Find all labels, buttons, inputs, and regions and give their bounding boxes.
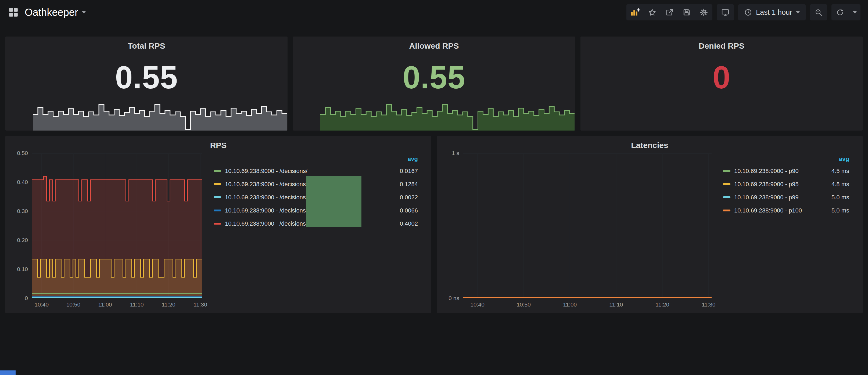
legend-row[interactable]: 10.10.69.238:9000 - p904.5 ms xyxy=(723,164,849,178)
legend-series-label: 10.10.69.238:9000 - /decisions/ xyxy=(225,168,307,175)
legend-series-avg-value: 0.0066 xyxy=(397,207,418,214)
x-axis: 10:4010:5011:0011:1011:2011:30 xyxy=(32,298,203,309)
legend-series-swatch-icon xyxy=(723,210,731,211)
legend-series-swatch-icon xyxy=(723,196,731,198)
share-button[interactable] xyxy=(661,4,678,21)
legend-series-avg-value: 5.0 ms xyxy=(828,207,849,214)
plot-wrap: 10:4010:5011:0011:1011:2011:30 xyxy=(463,153,712,309)
legend-avg-header[interactable]: avg xyxy=(723,154,849,164)
x-tick-label: 10:50 xyxy=(66,302,81,308)
bottom-left-blue-strip xyxy=(0,370,16,375)
legend-row[interactable]: 10.10.69.238:9000 - p995.0 ms xyxy=(723,191,849,204)
legend-row[interactable]: 10.10.69.238:9000 - /decisions/0.0167 xyxy=(214,164,418,178)
dashboard-title-dropdown[interactable]: Oathkeeper xyxy=(25,7,86,18)
star-icon xyxy=(648,8,656,17)
magnifier-zoom-out-icon xyxy=(814,8,823,17)
panel-allowed-rps: Allowed RPS 0.55 xyxy=(293,36,575,130)
legend-series-avg-value: 4.5 ms xyxy=(828,168,849,175)
add-panel-button[interactable] xyxy=(626,4,644,21)
zoom-out-button[interactable] xyxy=(810,4,827,21)
stat-value: 0.55 xyxy=(293,59,575,96)
graph-row: RPS 00.100.200.300.400.50 10:4010:5011:0… xyxy=(0,136,868,313)
graph-body: 0 ns1 s 10:4010:5011:0011:1011:2011:30 a… xyxy=(437,150,863,313)
legend-series-label: 10.10.69.238:9000 - p99 xyxy=(734,194,799,201)
stat-row: Total RPS 0.55 Allowed RPS 0.55 Denied R… xyxy=(0,36,868,130)
chevron-down-icon xyxy=(82,11,86,13)
y-tick-label: 0.10 xyxy=(17,266,28,272)
panel-total-rps: Total RPS 0.55 xyxy=(5,36,287,130)
legend-series-swatch-icon xyxy=(723,170,731,172)
panel-denied-rps: Denied RPS 0 xyxy=(581,36,863,130)
legend-series-label: 10.10.69.238:9000 - /decisions/ xyxy=(225,207,307,214)
legend-series-avg-value: 5.0 ms xyxy=(828,194,849,201)
dashboard-title: Oathkeeper xyxy=(25,7,78,18)
legend-series-swatch-icon xyxy=(214,196,221,198)
legend-series-avg-value: 0.4002 xyxy=(397,220,418,227)
x-tick-label: 11:00 xyxy=(98,302,112,308)
grafana-dashboard: Oathkeeper xyxy=(0,0,868,375)
save-button[interactable] xyxy=(678,4,695,21)
x-tick-label: 10:40 xyxy=(35,302,49,308)
plot-wrap: 10:4010:5011:0011:1011:2011:30 xyxy=(32,153,203,309)
graph-body: 00.100.200.300.400.50 10:4010:5011:0011:… xyxy=(5,150,431,313)
time-range-label: Last 1 hour xyxy=(756,8,792,17)
panel-latencies: Latencies 0 ns1 s 10:4010:5011:0011:1011… xyxy=(437,136,863,313)
x-tick-label: 11:20 xyxy=(655,302,669,308)
green-overlay-box xyxy=(306,176,362,227)
zoom-group xyxy=(810,4,827,21)
legend-avg-header[interactable]: avg xyxy=(214,154,418,164)
refresh-button[interactable] xyxy=(832,4,849,21)
panel-title[interactable]: Allowed RPS xyxy=(293,36,575,51)
legend-row[interactable]: 10.10.69.238:9000 - p954.8 ms xyxy=(723,178,849,191)
y-axis: 0 ns1 s xyxy=(439,153,463,298)
star-button[interactable] xyxy=(644,4,661,21)
share-icon xyxy=(665,8,674,17)
refresh-group xyxy=(832,4,861,21)
sparkline xyxy=(33,99,287,130)
chevron-down-icon xyxy=(853,11,857,13)
dashboard-actions-group xyxy=(626,4,712,21)
settings-button[interactable] xyxy=(695,4,712,21)
refresh-interval-dropdown[interactable] xyxy=(849,4,861,21)
clock-icon xyxy=(744,8,752,17)
plot-area[interactable] xyxy=(463,153,712,298)
panel-title[interactable]: RPS xyxy=(5,136,431,150)
x-tick-label: 11:20 xyxy=(162,302,176,308)
legend-series-label: 10.10.69.238:9000 - p90 xyxy=(734,168,799,175)
x-axis: 10:4010:5011:0011:1011:2011:30 xyxy=(463,298,712,309)
x-tick-label: 10:50 xyxy=(517,302,531,308)
y-tick-label: 0 ns xyxy=(448,295,459,302)
panel-title[interactable]: Denied RPS xyxy=(581,36,863,51)
panel-title[interactable]: Total RPS xyxy=(5,36,287,51)
save-icon xyxy=(683,8,691,17)
y-tick-label: 0.20 xyxy=(17,237,28,243)
legend-series-swatch-icon xyxy=(214,170,221,172)
navbar: Oathkeeper xyxy=(0,0,868,25)
panel-title[interactable]: Latencies xyxy=(437,136,863,150)
stat-value: 0 xyxy=(581,59,863,96)
legend: avg 10.10.69.238:9000 - /decisions/0.016… xyxy=(203,153,430,309)
legend-series-label: 10.10.69.238:9000 - p100 xyxy=(734,207,802,214)
legend-series-label: 10.10.69.238:9000 - /decisions/ xyxy=(225,181,307,188)
x-tick-label: 10:40 xyxy=(470,302,485,308)
cycle-view-button[interactable] xyxy=(717,4,734,21)
grafana-menu-button[interactable] xyxy=(7,6,19,18)
sparkline xyxy=(320,99,575,130)
legend-series-avg-value: 0.1284 xyxy=(397,181,418,188)
y-tick-label: 0.40 xyxy=(17,179,28,185)
x-tick-label: 11:00 xyxy=(563,302,577,308)
gear-icon xyxy=(700,8,708,17)
monitor-icon xyxy=(721,8,729,17)
legend-series-label: 10.10.69.238:9000 - /decisions/ xyxy=(225,194,307,201)
legend-row[interactable]: 10.10.69.238:9000 - p1005.0 ms xyxy=(723,204,849,217)
legend-rows: 10.10.69.238:9000 - p904.5 ms10.10.69.23… xyxy=(723,164,849,217)
time-picker-button[interactable]: Last 1 hour xyxy=(738,4,806,21)
navbar-right: Last 1 hour xyxy=(622,4,861,21)
legend-series-swatch-icon xyxy=(214,210,221,211)
chevron-down-icon xyxy=(796,11,800,13)
plot-area[interactable] xyxy=(32,153,203,298)
y-axis: 00.100.200.300.400.50 xyxy=(7,153,32,298)
x-tick-label: 11:10 xyxy=(130,302,144,308)
bar-chart-add-icon xyxy=(630,8,640,17)
y-tick-label: 1 s xyxy=(452,150,459,156)
